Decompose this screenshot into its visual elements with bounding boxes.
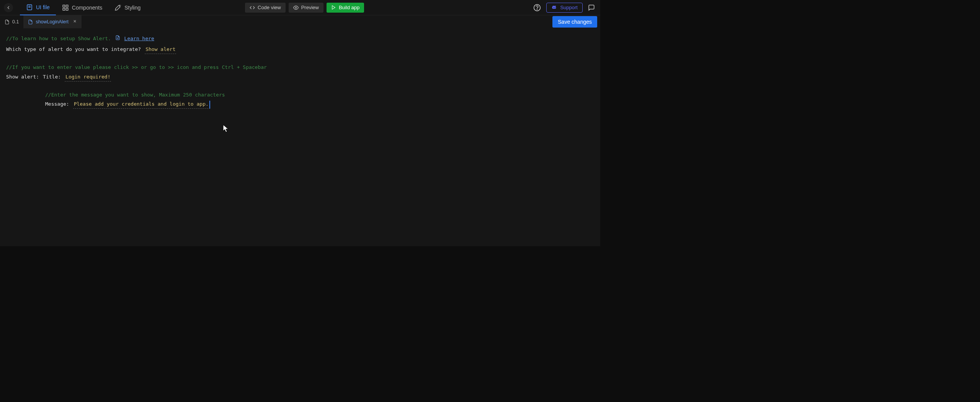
version-label: 0.1: [12, 19, 19, 25]
grid-icon: [62, 4, 69, 11]
svg-rect-4: [66, 5, 68, 7]
tab-styling-label: Styling: [124, 5, 140, 11]
hint-comment: //If you want to enter value please clic…: [6, 64, 267, 70]
message-label: Message:: [45, 101, 69, 108]
save-changes-label: Save changes: [558, 19, 592, 25]
save-changes-button[interactable]: Save changes: [552, 16, 597, 28]
play-icon: [331, 5, 336, 10]
close-icon: [73, 19, 77, 23]
svg-rect-5: [63, 8, 65, 10]
svg-point-9: [295, 7, 297, 8]
message-hint-comment: //Enter the message you want to show, Ma…: [45, 92, 225, 98]
open-file-name: showLoginAlert: [36, 19, 68, 25]
editor-area[interactable]: //To learn how to setup Show Alert. Lear…: [0, 28, 600, 116]
file-icon: [26, 4, 33, 11]
title-field[interactable]: Login required!: [65, 74, 111, 82]
support-button[interactable]: Support: [546, 3, 583, 13]
chat-icon[interactable]: [588, 4, 595, 11]
back-button[interactable]: [4, 3, 13, 12]
tab-components[interactable]: Components: [56, 0, 108, 15]
wand-icon: [114, 4, 121, 11]
message-field[interactable]: Please add your credentials and login to…: [73, 101, 210, 109]
show-alert-label: Show alert:: [6, 74, 39, 80]
preview-label: Preview: [301, 5, 319, 10]
top-toolbar: UI file Components Styling Code view Pre…: [0, 0, 600, 15]
title-label: Title:: [43, 74, 61, 80]
tab-ui-file[interactable]: UI file: [20, 0, 56, 15]
help-icon[interactable]: [533, 4, 541, 11]
build-app-button[interactable]: Build app: [327, 3, 364, 13]
close-tab-button[interactable]: [73, 19, 77, 25]
alert-type-field[interactable]: Show alert: [145, 46, 176, 54]
code-view-label: Code view: [258, 5, 281, 10]
alert-question: Which type of alert do you want to integ…: [6, 46, 141, 53]
version-chip[interactable]: 0.1: [0, 15, 23, 28]
svg-rect-6: [66, 8, 68, 10]
svg-rect-3: [63, 5, 65, 7]
document-icon: [28, 20, 33, 25]
support-label: Support: [560, 5, 578, 10]
build-app-label: Build app: [339, 5, 359, 10]
svg-marker-10: [332, 6, 335, 10]
learn-doc-icon: [115, 36, 123, 41]
chevron-left-icon: [6, 5, 11, 10]
mouse-cursor: [223, 124, 229, 133]
eye-icon: [293, 5, 299, 10]
open-file-tab[interactable]: showLoginAlert: [23, 15, 81, 28]
setup-comment: //To learn how to setup Show Alert.: [6, 36, 111, 41]
learn-here-link[interactable]: Learn here: [124, 36, 154, 41]
tab-ui-file-label: UI file: [36, 4, 50, 10]
document-icon: [5, 20, 10, 25]
code-icon: [250, 5, 255, 10]
discord-icon: [551, 5, 557, 11]
code-view-button[interactable]: Code view: [245, 3, 286, 13]
svg-point-12: [537, 9, 537, 9]
tab-styling[interactable]: Styling: [108, 0, 147, 15]
tab-components-label: Components: [72, 5, 102, 11]
file-bar: 0.1 showLoginAlert Save changes: [0, 15, 600, 28]
preview-button[interactable]: Preview: [289, 3, 323, 13]
